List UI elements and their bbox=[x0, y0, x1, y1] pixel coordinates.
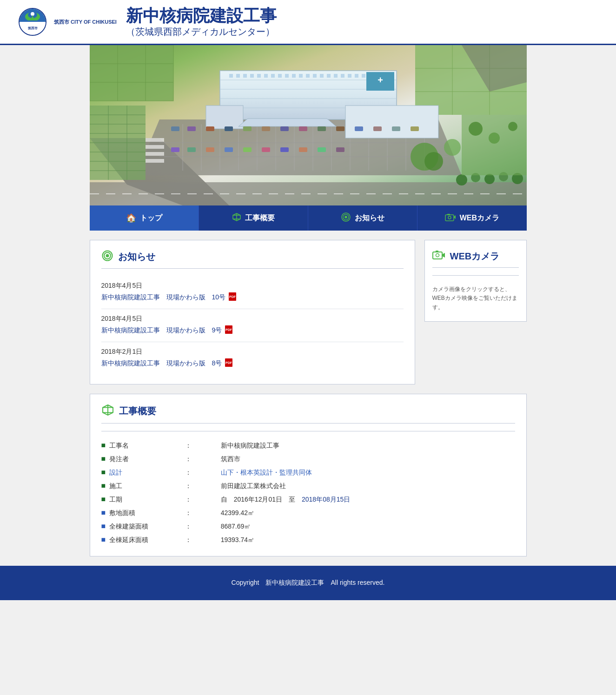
news-section-header: お知らせ bbox=[101, 250, 404, 269]
news-link-text: 新中核病院建設工事 現場かわら版 10号 bbox=[101, 293, 226, 302]
svg-rect-56 bbox=[341, 74, 344, 78]
svg-marker-68 bbox=[238, 119, 336, 126]
row-label: 工期 bbox=[109, 496, 122, 503]
overview-section-header: 工事概要 bbox=[101, 404, 515, 424]
svg-text:PDF: PDF bbox=[225, 328, 232, 331]
bullet: ■ bbox=[101, 495, 106, 503]
bullet-blue: ■ bbox=[101, 522, 106, 530]
svg-rect-77 bbox=[187, 126, 196, 131]
svg-text:PDF: PDF bbox=[229, 295, 236, 298]
row-value: 19393.74㎡ bbox=[221, 533, 515, 547]
city-name: 筑西市 CITY OF CHIKUSEI bbox=[54, 18, 117, 26]
svg-rect-74 bbox=[146, 152, 164, 156]
main-title-area: 新中核病院建設工事 （茨城県西部メディカルセンター） bbox=[126, 6, 277, 38]
webcam-section: WEBカメラ カメラ画像をクリックすると、WEBカメラ映像をご覧いただけます。 bbox=[424, 240, 527, 322]
nav-label-top: トップ bbox=[140, 213, 162, 223]
main-title: 新中核病院建設工事 bbox=[126, 6, 277, 26]
svg-rect-54 bbox=[327, 74, 331, 78]
svg-rect-83 bbox=[299, 126, 307, 131]
svg-rect-90 bbox=[171, 147, 179, 152]
svg-point-70 bbox=[424, 152, 443, 171]
row-label: 全棟建築面積 bbox=[109, 523, 148, 530]
svg-rect-91 bbox=[187, 147, 196, 152]
svg-rect-94 bbox=[243, 147, 252, 152]
news-link[interactable]: 新中核病院建設工事 現場かわら版 10号 PDF bbox=[101, 292, 404, 303]
svg-point-108 bbox=[469, 122, 483, 136]
nav-item-top[interactable]: 🏠 トップ bbox=[90, 205, 199, 231]
svg-rect-82 bbox=[280, 126, 289, 131]
nav-item-webcam[interactable]: WEBカメラ bbox=[417, 205, 526, 231]
svg-rect-44 bbox=[257, 74, 261, 78]
svg-point-110 bbox=[508, 122, 517, 131]
svg-rect-95 bbox=[262, 147, 270, 152]
row-label: 工事名 bbox=[109, 442, 129, 449]
row-value: 前田建設工業株式会社 bbox=[221, 479, 515, 493]
bullet: ■ bbox=[101, 468, 106, 476]
news-item: 2018年4月5日 新中核病院建設工事 現場かわら版 10号 PDF bbox=[101, 276, 404, 309]
svg-rect-97 bbox=[299, 147, 307, 152]
news-date: 2018年2月1日 bbox=[101, 348, 404, 356]
hero-background: + bbox=[90, 45, 527, 205]
svg-point-142 bbox=[436, 254, 439, 257]
webcam-description: カメラ画像をクリックすると、WEBカメラ映像をご覧いただけます。 bbox=[432, 285, 519, 312]
svg-rect-86 bbox=[355, 126, 363, 131]
svg-rect-55 bbox=[334, 74, 338, 78]
svg-rect-127 bbox=[445, 215, 454, 221]
svg-rect-73 bbox=[146, 145, 164, 149]
svg-point-131 bbox=[106, 254, 109, 258]
webcam-cam-icon bbox=[432, 250, 445, 263]
svg-rect-46 bbox=[271, 74, 275, 78]
svg-rect-59 bbox=[362, 74, 365, 78]
news-link[interactable]: 新中核病院建設工事 現場かわら版 8号 PDF bbox=[101, 358, 404, 369]
svg-rect-48 bbox=[285, 74, 289, 78]
svg-rect-92 bbox=[206, 147, 214, 152]
svg-rect-58 bbox=[355, 74, 358, 78]
nav-label-news: お知らせ bbox=[355, 213, 384, 223]
news-link-text: 新中核病院建設工事 現場かわら版 8号 bbox=[101, 359, 222, 368]
svg-rect-130 bbox=[447, 214, 450, 215]
svg-rect-41 bbox=[236, 74, 240, 78]
svg-rect-87 bbox=[373, 126, 382, 131]
svg-point-124 bbox=[344, 216, 347, 218]
svg-rect-49 bbox=[292, 74, 296, 78]
row-label: 全棟延床面積 bbox=[109, 536, 148, 543]
bullet: ■ bbox=[101, 455, 106, 463]
news-radio-icon bbox=[101, 250, 113, 264]
row-label: 敷地面積 bbox=[109, 509, 135, 516]
news-link[interactable]: 新中核病院建設工事 現場かわら版 9号 PDF bbox=[101, 325, 404, 336]
bullet: ■ bbox=[101, 482, 106, 490]
svg-rect-143 bbox=[436, 251, 438, 252]
svg-rect-43 bbox=[250, 74, 254, 78]
bullet: ■ bbox=[101, 441, 106, 449]
news-section: お知らせ 2018年4月5日 新中核病院建設工事 現場かわら版 10号 PDF … bbox=[90, 240, 415, 384]
row-label: 設計 bbox=[109, 469, 122, 476]
svg-rect-88 bbox=[392, 126, 400, 131]
svg-rect-45 bbox=[264, 74, 268, 78]
row-value: 筑西市 bbox=[221, 452, 515, 466]
svg-rect-85 bbox=[336, 126, 344, 131]
table-row: ■ 全棟建築面積 ： 8687.69㎡ bbox=[101, 520, 515, 533]
table-row: ■ 工事名 ： 新中核病院建設工事 bbox=[101, 439, 515, 452]
nav-item-overview[interactable]: 工事概要 bbox=[199, 205, 308, 231]
row-value: 山下・根本英設計・監理共同体 bbox=[221, 466, 515, 479]
row-value: 自 2016年12月01日 至 2018年08月15日 bbox=[221, 493, 515, 506]
webcam-section-header: WEBカメラ bbox=[432, 250, 519, 268]
nav-item-news[interactable]: お知らせ bbox=[308, 205, 417, 231]
svg-rect-75 bbox=[146, 159, 164, 163]
row-value: 新中核病院建設工事 bbox=[221, 439, 515, 452]
table-row: ■ 工期 ： 自 2016年12月01日 至 2018年08月15日 bbox=[101, 493, 515, 506]
svg-rect-67 bbox=[206, 106, 243, 129]
overview-section: 工事概要 ■ 工事名 ： 新中核病院建設工事 ■ 発注者 ： 筑西市 ■ 設計 … bbox=[90, 394, 527, 556]
svg-rect-99 bbox=[336, 147, 344, 152]
main-nav: 🏠 トップ 工事概要 お知らせ bbox=[90, 205, 527, 231]
home-icon: 🏠 bbox=[126, 213, 136, 223]
svg-rect-89 bbox=[411, 126, 419, 131]
pdf-icon: PDF bbox=[225, 358, 233, 369]
overview-box-icon bbox=[101, 404, 114, 418]
table-row: ■ 設計 ： 山下・根本英設計・監理共同体 bbox=[101, 466, 515, 479]
svg-rect-84 bbox=[318, 126, 326, 131]
bullet-blue: ■ bbox=[101, 509, 106, 516]
table-row: ■ 発注者 ： 筑西市 bbox=[101, 452, 515, 466]
svg-rect-52 bbox=[313, 74, 317, 78]
row-value: 42399.42㎡ bbox=[221, 506, 515, 520]
